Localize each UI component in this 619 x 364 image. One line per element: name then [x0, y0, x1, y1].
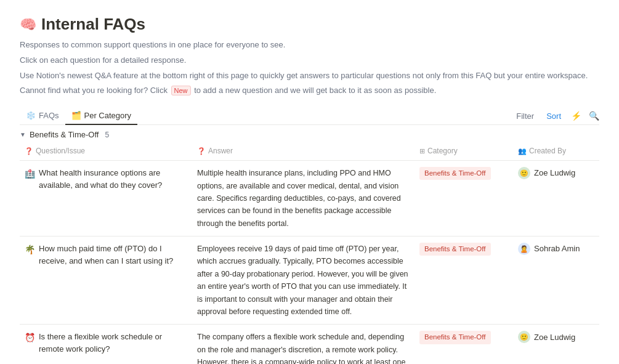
col-header-answer-label: Answer — [208, 147, 233, 155]
filter-button[interactable]: Filter — [514, 110, 536, 122]
faqs-tab-icon: ❄️ — [26, 111, 36, 120]
question-text: Is there a flexible work schedule or rem… — [39, 331, 187, 355]
desc-line-4: Cannot find what you re looking for? Cli… — [20, 84, 599, 97]
category-col-icon: ⊞ — [419, 147, 425, 155]
creator-name: Zoe Ludwig — [534, 167, 575, 179]
tab-faqs-label: FAQs — [39, 111, 59, 120]
answer-col-icon: ❓ — [197, 147, 206, 155]
new-badge[interactable]: New — [171, 86, 191, 95]
toolbar-right: Filter Sort ⚡ 🔍 — [514, 110, 599, 122]
page-icon: 🧠 — [20, 17, 36, 33]
desc-line-3: Use Notion's newest Q&A feature at the b… — [20, 70, 599, 83]
question-emoji: 🏥 — [25, 168, 35, 180]
question-text: What health insurance options are availa… — [39, 167, 187, 191]
tab-faqs[interactable]: ❄️ FAQs — [20, 107, 65, 125]
desc-line-1: Responses to common support questions in… — [20, 39, 599, 52]
category-cell: Benefits & Time-Off — [415, 161, 513, 186]
question-emoji: 🌴 — [25, 243, 35, 256]
table-row[interactable]: 🏥What health insurance options are avail… — [20, 161, 599, 237]
answer-text: Multiple health insurance plans, includi… — [197, 169, 401, 228]
sort-button[interactable]: Sort — [544, 110, 564, 122]
creator-name: Zoe Ludwig — [534, 331, 575, 344]
desc-line-2: Click on each question for a detailed re… — [20, 54, 599, 67]
created-by-cell: 🙂Zoe Ludwig — [513, 161, 599, 185]
question-cell: 🌴How much paid time off (PTO) do I recei… — [20, 237, 192, 273]
col-header-answer: ❓ Answer — [192, 144, 415, 158]
col-header-question: ❓ Question/Issue — [20, 144, 192, 158]
created-by-cell: 🙎Sohrab Amin — [513, 237, 599, 261]
category-badge: Benefits & Time-Off — [419, 331, 491, 344]
col-header-question-label: Question/Issue — [36, 147, 85, 155]
table-row[interactable]: 🌴How much paid time off (PTO) do I recei… — [20, 237, 599, 325]
answer-text: Employees receive 19 days of paid time o… — [197, 245, 408, 316]
avatar: 🙂 — [518, 331, 530, 343]
created-by: 🙂Zoe Ludwig — [518, 167, 594, 179]
table-row[interactable]: ⏰Is there a flexible work schedule or re… — [20, 325, 599, 364]
answer-cell: Employees receive 19 days of paid time o… — [192, 237, 415, 324]
search-icon[interactable]: 🔍 — [589, 111, 599, 121]
group-count: 5 — [105, 131, 109, 139]
question-cell: ⏰Is there a flexible work schedule or re… — [20, 325, 192, 361]
answer-cell: Multiple health insurance plans, includi… — [192, 161, 415, 236]
created-by: 🙂Zoe Ludwig — [518, 331, 594, 343]
group-name: Benefits & Time-Off — [30, 130, 99, 139]
database-container: ▼ Benefits & Time-Off 5 ❓ Question/Issue… — [20, 125, 599, 364]
page-title-row: 🧠 Internal FAQs — [20, 15, 599, 34]
created-by-cell: 🙂Zoe Ludwig — [513, 325, 599, 349]
page-title: Internal FAQs — [41, 15, 145, 34]
created-by-col-icon: 👥 — [518, 147, 527, 155]
group-header[interactable]: ▼ Benefits & Time-Off 5 — [20, 125, 599, 142]
col-header-category-label: Category — [427, 147, 458, 155]
lightning-icon[interactable]: ⚡ — [571, 111, 581, 121]
col-header-created-by: 👥 Created By — [513, 144, 599, 158]
avatar: 🙂 — [518, 167, 530, 179]
question-text: How much paid time off (PTO) do I receiv… — [39, 243, 187, 267]
per-category-tab-icon: 🗂️ — [71, 111, 81, 120]
col-header-category: ⊞ Category — [415, 144, 513, 158]
tab-per-category-label: Per Category — [84, 111, 132, 120]
category-badge: Benefits & Time-Off — [419, 243, 491, 256]
tabs-row: ❄️ FAQs 🗂️ Per Category Filter Sort ⚡ 🔍 — [20, 107, 599, 125]
table-header: ❓ Question/Issue ❓ Answer ⊞ Category 👥 C… — [20, 142, 599, 161]
question-cell: 🏥What health insurance options are avail… — [20, 161, 192, 197]
description-block: Responses to common support questions in… — [20, 39, 599, 97]
category-cell: Benefits & Time-Off — [415, 237, 513, 262]
answer-cell: The company offers a flexible work sched… — [192, 325, 415, 364]
category-badge: Benefits & Time-Off — [419, 167, 491, 180]
category-cell: Benefits & Time-Off — [415, 325, 513, 350]
group-toggle-icon: ▼ — [20, 131, 26, 138]
question-col-icon: ❓ — [25, 147, 33, 155]
tab-per-category[interactable]: 🗂️ Per Category — [65, 107, 138, 125]
question-emoji: ⏰ — [25, 331, 35, 344]
col-header-created-by-label: Created By — [529, 147, 566, 155]
answer-text: The company offers a flexible work sched… — [197, 333, 405, 364]
creator-name: Sohrab Amin — [534, 243, 580, 255]
avatar: 🙎 — [518, 243, 530, 255]
table-body: 🏥What health insurance options are avail… — [20, 161, 599, 364]
page-container: 🧠 Internal FAQs Responses to common supp… — [0, 0, 619, 364]
table-wrapper: ❓ Question/Issue ❓ Answer ⊞ Category 👥 C… — [20, 142, 599, 364]
created-by: 🙎Sohrab Amin — [518, 243, 594, 255]
